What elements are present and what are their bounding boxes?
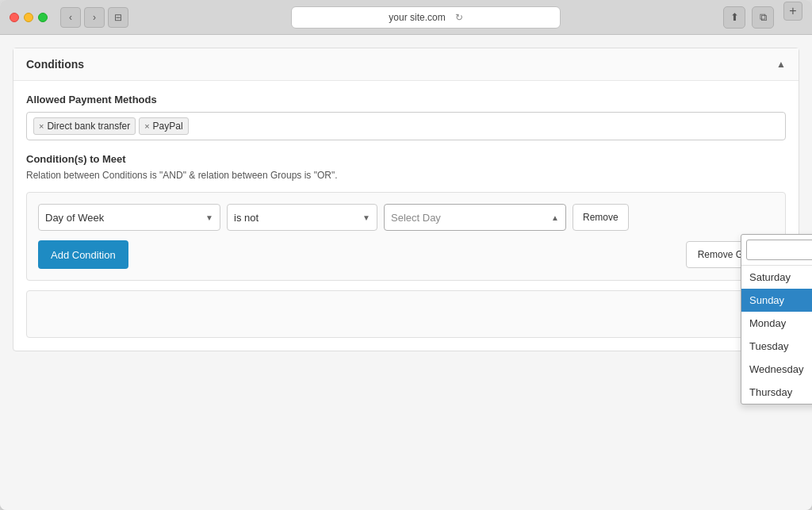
address-bar-wrap: your site.com ↻ [135, 6, 717, 29]
relation-text: Relation between Conditions is "AND" & r… [26, 170, 786, 181]
close-window-button[interactable] [10, 13, 19, 22]
add-condition-button[interactable]: Add Condition [38, 240, 128, 269]
conditions-panel: Conditions ▲ Allowed Payment Methods × D… [13, 48, 799, 351]
browser-titlebar: ‹ › ⊟ your site.com ↻ ⬆ ⧉ + [0, 0, 812, 35]
condition-row-actions: Add Condition Remove Group [38, 240, 774, 269]
condition-value-select[interactable]: Select Day ▲ [384, 204, 566, 231]
browser-actions: ⬆ ⧉ [723, 6, 774, 29]
conditions-to-meet-label: Condition(s) to Meet [26, 153, 786, 165]
tab-icon: ⧉ [760, 11, 767, 24]
tag-remove-paypal[interactable]: × [144, 121, 149, 131]
dropdown-item-saturday[interactable]: Saturday [741, 266, 812, 289]
condition-row: Day of Week ▼ is not ▼ [38, 204, 774, 231]
site-url: your site.com [389, 12, 445, 23]
chevron-down-icon: ▼ [205, 213, 213, 222]
dropdown-list: Saturday Sunday Monday Tuesday Wednesday… [741, 266, 812, 404]
sidebar-icon: ⊟ [114, 12, 122, 23]
payment-tag-bank: × Direct bank transfer [33, 117, 136, 135]
condition-operator-wrap: is not ▼ [227, 204, 377, 231]
dropdown-item-thursday[interactable]: Thursday [741, 381, 812, 404]
condition-value-placeholder: Select Day [391, 212, 441, 224]
dropdown-search-input[interactable] [746, 240, 812, 260]
dropdown-search-area [741, 235, 812, 266]
remove-condition-button[interactable]: Remove [573, 204, 629, 231]
collapse-icon[interactable]: ▲ [776, 59, 786, 70]
new-tab-button[interactable]: ⧉ [752, 6, 774, 29]
condition-group-empty [26, 290, 786, 338]
condition-type-value: Day of Week [45, 212, 104, 224]
payment-methods-label: Allowed Payment Methods [26, 94, 786, 105]
share-button[interactable]: ⬆ [723, 6, 745, 29]
conditions-panel-title: Conditions [26, 58, 84, 71]
chevron-down-icon-2: ▼ [362, 213, 370, 222]
tag-label-bank: Direct bank transfer [47, 121, 130, 132]
back-icon: ‹ [69, 12, 72, 23]
back-button[interactable]: ‹ [60, 7, 81, 28]
condition-type-select[interactable]: Day of Week ▼ [38, 204, 220, 231]
day-dropdown: Saturday Sunday Monday Tuesday Wednesday… [741, 234, 812, 405]
dropdown-item-monday[interactable]: Monday [741, 312, 812, 335]
nav-buttons: ‹ › ⊟ [60, 7, 128, 28]
reload-icon[interactable]: ↻ [455, 12, 463, 23]
traffic-lights [10, 13, 48, 22]
conditions-body: Allowed Payment Methods × Direct bank tr… [13, 81, 799, 351]
maximize-window-button[interactable] [38, 13, 48, 22]
tag-remove-bank[interactable]: × [39, 121, 44, 131]
dropdown-item-sunday[interactable]: Sunday [741, 289, 812, 312]
tag-label-paypal: PayPal [153, 121, 183, 132]
plus-icon: + [789, 4, 796, 18]
condition-value-wrap: Select Day ▲ Saturday Sunday [384, 204, 566, 231]
sidebar-toggle-button[interactable]: ⊟ [108, 7, 128, 28]
forward-button[interactable]: › [84, 7, 105, 28]
dropdown-item-tuesday[interactable]: Tuesday [741, 335, 812, 358]
add-tab-button[interactable]: + [783, 2, 802, 21]
address-bar[interactable]: your site.com ↻ [291, 6, 561, 29]
forward-icon: › [93, 12, 96, 23]
condition-operator-value: is not [234, 212, 259, 224]
payment-methods-field[interactable]: × Direct bank transfer × PayPal [26, 112, 786, 140]
browser-content: Conditions ▲ Allowed Payment Methods × D… [0, 35, 812, 510]
dropdown-item-wednesday[interactable]: Wednesday [741, 358, 812, 381]
payment-tag-paypal: × PayPal [139, 117, 188, 135]
share-icon: ⬆ [730, 11, 739, 23]
conditions-header: Conditions ▲ [13, 48, 799, 81]
condition-type-wrap: Day of Week ▼ [38, 204, 220, 231]
browser-window: ‹ › ⊟ your site.com ↻ ⬆ ⧉ + [0, 0, 812, 510]
chevron-up-icon: ▲ [551, 213, 559, 222]
minimize-window-button[interactable] [24, 13, 33, 22]
condition-group: Day of Week ▼ is not ▼ [26, 192, 786, 281]
condition-operator-select[interactable]: is not ▼ [227, 204, 377, 231]
